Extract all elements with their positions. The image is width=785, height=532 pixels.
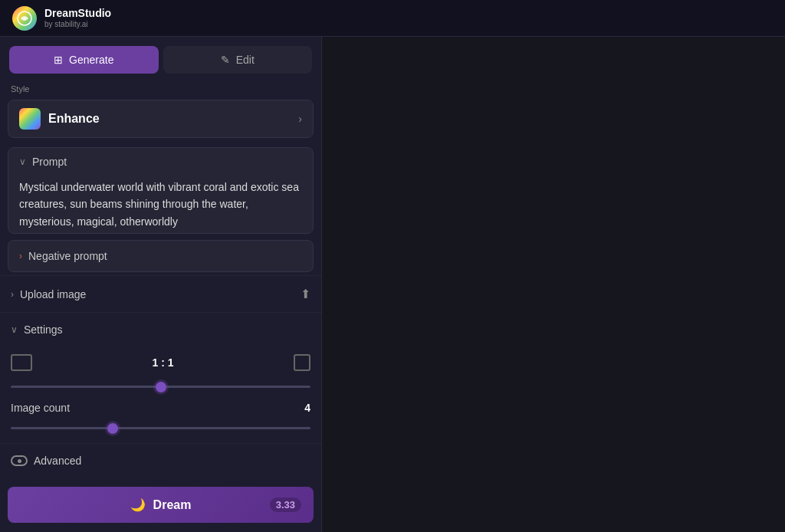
settings-left: ∨ Settings xyxy=(11,323,63,336)
prompt-text[interactable]: Mystical underwater world with vibrant c… xyxy=(8,176,313,234)
chevron-right-icon: › xyxy=(298,113,302,125)
tab-edit-label: Edit xyxy=(236,54,255,66)
dream-button[interactable]: 🌙 Dream 3.33 xyxy=(8,487,314,523)
header: DreamStudio by stability.ai xyxy=(0,0,785,37)
image-count-label: Image count xyxy=(11,402,70,414)
app-title: DreamStudio xyxy=(44,7,111,20)
logo-text: DreamStudio by stability.ai xyxy=(44,7,111,29)
upload-label: Upload image xyxy=(20,288,86,300)
image-count-slider[interactable] xyxy=(11,427,310,429)
tabs-container: ⊞ Generate ✎ Edit xyxy=(0,37,321,74)
aspect-portrait-icon xyxy=(294,354,310,371)
style-enhance-icon xyxy=(19,108,41,130)
settings-row[interactable]: ∨ Settings xyxy=(0,312,321,346)
prompt-header[interactable]: ∨ Prompt xyxy=(8,148,313,176)
style-name: Enhance xyxy=(48,112,100,126)
generate-icon: ⊞ xyxy=(54,54,63,66)
style-selector[interactable]: Enhance › xyxy=(8,100,314,138)
image-count-value: 4 xyxy=(304,402,310,414)
upload-icon: ⬆ xyxy=(301,287,310,301)
upload-arrow-icon: › xyxy=(11,289,14,300)
dream-button-wrap: 🌙 Dream 3.33 xyxy=(0,478,321,532)
aspect-slider-container[interactable] xyxy=(11,377,310,391)
tab-generate-label: Generate xyxy=(69,54,113,66)
prompt-chevron-icon: ∨ xyxy=(19,156,26,167)
edit-icon: ✎ xyxy=(221,54,230,66)
settings-label: Settings xyxy=(24,323,63,336)
negative-prompt-section[interactable]: › Negative prompt xyxy=(8,240,314,272)
aspect-ratio-row: 1 : 1 xyxy=(11,354,310,371)
negative-prompt-label: Negative prompt xyxy=(28,250,107,262)
image-count-row: Image count 4 xyxy=(11,402,310,414)
moon-icon: 🌙 xyxy=(130,498,146,512)
upload-row[interactable]: › Upload image ⬆ xyxy=(0,275,321,312)
settings-arrow-icon: ∨ xyxy=(11,324,18,335)
dream-cost: 3.33 xyxy=(270,498,301,512)
advanced-label: Advanced xyxy=(34,455,81,467)
settings-content: 1 : 1 Image count 4 xyxy=(0,346,321,443)
aspect-ratio-slider[interactable] xyxy=(11,386,310,388)
sidebar: ⊞ Generate ✎ Edit Style Enhance › ∨ Prom… xyxy=(0,37,322,532)
main-content xyxy=(322,37,785,532)
prompt-header-label: Prompt xyxy=(32,156,67,168)
style-section-label: Style xyxy=(0,74,321,97)
eye-pupil xyxy=(18,459,21,463)
image-count-slider-container[interactable] xyxy=(11,419,310,432)
upload-left: › Upload image xyxy=(11,288,86,300)
style-left: Enhance xyxy=(19,108,100,130)
negative-prompt-icon: › xyxy=(19,251,22,261)
logo-icon xyxy=(12,6,37,31)
tab-edit[interactable]: ✎ Edit xyxy=(163,46,313,74)
aspect-ratio-value: 1 : 1 xyxy=(152,356,173,369)
tab-generate[interactable]: ⊞ Generate xyxy=(9,46,159,74)
advanced-row[interactable]: Advanced xyxy=(0,443,321,478)
dream-button-label: Dream xyxy=(153,498,192,512)
eye-icon xyxy=(11,455,28,466)
prompt-section: ∨ Prompt Mystical underwater world with … xyxy=(8,147,314,234)
aspect-landscape-icon xyxy=(11,354,32,371)
app-subtitle: by stability.ai xyxy=(44,20,111,29)
